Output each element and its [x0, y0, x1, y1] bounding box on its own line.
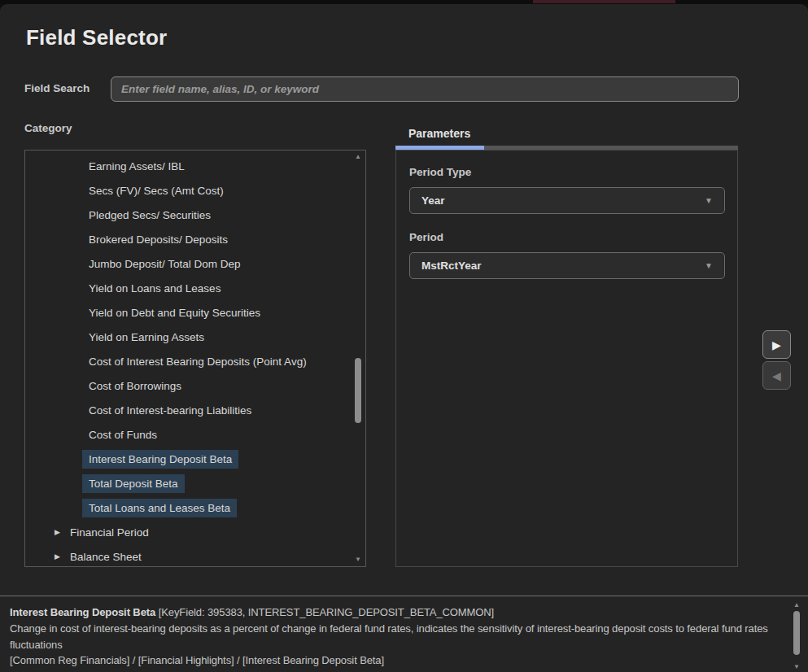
chevron-down-icon: ▼ [705, 261, 713, 270]
list-item[interactable]: Total Loans and Leases Beta [25, 495, 352, 520]
tab-parameters[interactable]: Parameters [408, 127, 470, 140]
period-dropdown[interactable]: MstRctYear ▼ [409, 252, 725, 279]
period-type-dropdown[interactable]: Year ▼ [409, 187, 725, 214]
scroll-down-arrow-icon[interactable]: ▼ [352, 555, 364, 565]
list-item-label: Brokered Deposits/ Deposits [82, 230, 234, 249]
scroll-up-arrow-icon[interactable]: ▲ [791, 600, 802, 610]
list-item[interactable]: Cost of Funds [25, 422, 352, 447]
list-item[interactable]: Brokered Deposits/ Deposits [25, 227, 352, 251]
scroll-down-arrow-icon[interactable]: ▼ [791, 662, 802, 672]
category-label: Category [24, 122, 72, 134]
remove-field-button[interactable]: ◀ [762, 361, 791, 390]
list-item-label: Yield on Loans and Leases [82, 279, 227, 298]
page-title: Field Selector [26, 25, 167, 50]
list-item[interactable]: Yield on Earning Assets [25, 325, 352, 349]
list-item-label: Cost of Funds [82, 425, 164, 444]
period-type-value: Year [421, 194, 445, 207]
list-item[interactable]: Total Deposit Beta [25, 471, 352, 495]
field-search-input[interactable] [111, 76, 739, 102]
field-search-label: Field Search [24, 82, 90, 94]
list-item-label: Financial Period [70, 523, 149, 542]
field-description-text: Interest Bearing Deposit Beta [KeyField:… [10, 604, 783, 669]
arrow-right-icon: ▶ [772, 338, 781, 351]
list-item-label: Secs (FV)/ Secs (Amt Cost) [82, 181, 230, 200]
list-item[interactable]: Cost of Interest-bearing Liabilities [25, 398, 352, 422]
period-value: MstRctYear [421, 260, 482, 272]
category-scrollbar[interactable]: ▲ ▼ [352, 152, 364, 565]
list-item[interactable]: Earning Assets/ IBL [25, 154, 352, 178]
description-scrollbar[interactable]: ▲ ▼ [791, 600, 802, 672]
tree-collapsed-icon[interactable]: ▶ [55, 528, 60, 536]
category-scrollbar-thumb[interactable] [355, 358, 361, 423]
field-selector-dialog: Field Selector Field Search Category Ear… [0, 4, 808, 672]
list-item[interactable]: Cost of Interest Bearing Deposits (Point… [25, 349, 352, 373]
list-item[interactable]: Pledged Secs/ Securities [25, 203, 352, 227]
list-item-label: Cost of Borrowings [82, 377, 188, 395]
list-item[interactable]: Jumbo Deposit/ Total Dom Dep [25, 251, 352, 276]
field-description-keyfield: [KeyField: 395383, INTEREST_BEARING_DEPO… [159, 606, 494, 618]
list-item-label: Yield on Debt and Equity Securities [82, 303, 267, 322]
chevron-down-icon: ▼ [705, 196, 713, 205]
list-item-label: Jumbo Deposit/ Total Dom Dep [82, 255, 247, 273]
field-description-panel: Interest Bearing Deposit Beta [KeyField:… [0, 596, 808, 672]
tree-collapsed-icon[interactable]: ▶ [55, 552, 60, 561]
period-type-label: Period Type [409, 166, 471, 178]
list-item-label: Cost of Interest-bearing Liabilities [82, 401, 258, 420]
list-item[interactable]: Yield on Debt and Equity Securities [25, 300, 352, 325]
field-description-name: Interest Bearing Deposit Beta [10, 606, 155, 618]
tree-item[interactable]: ▶Financial Period [25, 520, 352, 544]
period-label: Period [409, 231, 443, 243]
add-field-button[interactable]: ▶ [762, 330, 791, 359]
list-item-label: Total Deposit Beta [82, 474, 185, 493]
list-item[interactable]: Interest Bearing Deposit Beta [25, 447, 352, 471]
category-listbox: Earning Assets/ IBLSecs (FV)/ Secs (Amt … [24, 150, 366, 567]
scroll-up-arrow-icon[interactable]: ▲ [352, 152, 364, 162]
field-description-body: Change in cost of interest-bearing depos… [10, 621, 783, 653]
tree-item[interactable]: ▶Balance Sheet [25, 544, 352, 567]
list-item-label: Total Loans and Leases Beta [82, 499, 237, 517]
background-accent-strip [533, 0, 675, 3]
list-item-label: Balance Sheet [70, 548, 142, 566]
field-description-title-line: Interest Bearing Deposit Beta [KeyField:… [10, 604, 783, 621]
field-description-path: [Common Reg Financials] / [Financial Hig… [10, 652, 783, 669]
list-item-label: Earning Assets/ IBL [82, 157, 191, 176]
description-scrollbar-thumb[interactable] [793, 611, 800, 655]
list-item-label: Cost of Interest Bearing Deposits (Point… [82, 352, 313, 371]
arrow-left-icon: ◀ [772, 369, 781, 382]
list-item-label: Pledged Secs/ Securities [82, 206, 217, 225]
parameters-panel: Period Type Year ▼ Period MstRctYear ▼ [395, 150, 738, 567]
list-item-label: Yield on Earning Assets [82, 328, 211, 347]
list-item[interactable]: Secs (FV)/ Secs (Amt Cost) [25, 178, 352, 203]
list-item-label: Interest Bearing Deposit Beta [82, 450, 238, 469]
list-item[interactable]: Yield on Loans and Leases [25, 276, 352, 300]
screen: Field Selector Field Search Category Ear… [0, 0, 808, 672]
list-item[interactable]: Cost of Borrowings [25, 373, 352, 398]
